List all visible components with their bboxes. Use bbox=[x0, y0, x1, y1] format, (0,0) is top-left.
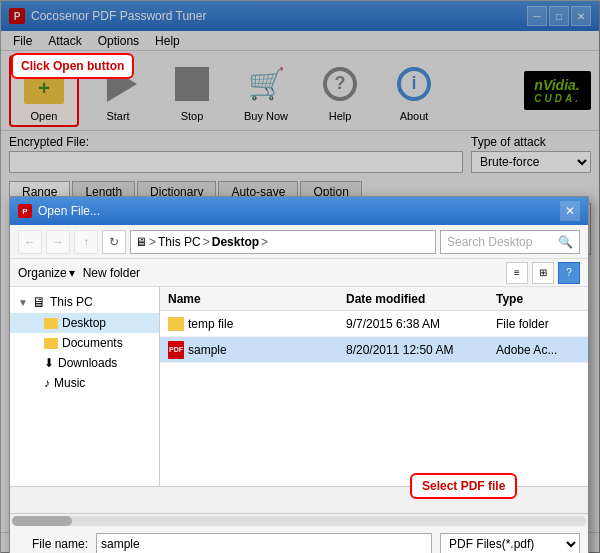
expand-thispc-icon: ▼ bbox=[18, 297, 28, 308]
scroll-track bbox=[12, 516, 586, 526]
search-placeholder: Search Desktop bbox=[447, 235, 532, 249]
organize-button[interactable]: Organize ▾ bbox=[18, 266, 75, 280]
downloads-icon: ⬇ bbox=[44, 356, 54, 370]
pdf-icon-sample: PDF bbox=[168, 341, 184, 359]
file-cell-date-sample: 8/20/2011 12:50 AM bbox=[338, 343, 488, 357]
pc-icon: 🖥 bbox=[32, 294, 46, 310]
view-details-button[interactable]: ⊞ bbox=[532, 262, 554, 284]
dialog-close-button[interactable]: ✕ bbox=[560, 201, 580, 221]
forward-button[interactable]: → bbox=[46, 230, 70, 254]
organize-chevron-icon: ▾ bbox=[69, 266, 75, 280]
file-cell-name-sample: PDF sample bbox=[160, 341, 338, 359]
tree-item-music[interactable]: ♪ Music bbox=[10, 373, 159, 393]
file-list: Name Date modified Type temp file 9/7/20… bbox=[160, 287, 588, 486]
scroll-thumb[interactable] bbox=[12, 516, 72, 526]
filename-row: File name: PDF Files(*.pdf) All Files(*.… bbox=[18, 533, 580, 553]
view-list-button[interactable]: ≡ bbox=[506, 262, 528, 284]
select-annotation-bubble: Select PDF file bbox=[410, 473, 517, 499]
open-file-dialog: P Open File... ✕ ← → ↑ ↻ 🖥 > This PC > D… bbox=[9, 196, 589, 553]
folder-documents-icon bbox=[44, 338, 58, 349]
up-button[interactable]: ↑ bbox=[74, 230, 98, 254]
file-row-tempfile[interactable]: temp file 9/7/2015 6:38 AM File folder bbox=[160, 311, 588, 337]
filename-label: File name: bbox=[18, 537, 88, 551]
search-bar[interactable]: Search Desktop 🔍 bbox=[440, 230, 580, 254]
dialog-title-bar: P Open File... ✕ bbox=[10, 197, 588, 225]
filename-input[interactable] bbox=[96, 533, 432, 553]
file-cell-date-tempfile: 9/7/2015 6:38 AM bbox=[338, 317, 488, 331]
music-icon: ♪ bbox=[44, 376, 50, 390]
breadcrumb-pc-icon: 🖥 bbox=[135, 235, 147, 249]
refresh-button[interactable]: ↻ bbox=[102, 230, 126, 254]
search-icon: 🔍 bbox=[558, 235, 573, 249]
tree-item-desktop[interactable]: Desktop bbox=[10, 313, 159, 333]
back-button[interactable]: ← bbox=[18, 230, 42, 254]
view-controls: ≡ ⊞ ? bbox=[506, 262, 580, 284]
file-cell-type-sample: Adobe Ac... bbox=[488, 343, 588, 357]
breadcrumb-desktop: Desktop bbox=[212, 235, 259, 249]
nav-tree: ▼ 🖥 This PC Desktop Documents ⬇ bbox=[10, 287, 160, 486]
breadcrumb-bar: 🖥 > This PC > Desktop > bbox=[130, 230, 436, 254]
col-type-header[interactable]: Type bbox=[488, 292, 588, 306]
tree-item-documents[interactable]: Documents bbox=[10, 333, 159, 353]
dialog-title: Open File... bbox=[38, 204, 560, 218]
help-dialog-button[interactable]: ? bbox=[558, 262, 580, 284]
horizontal-scrollbar[interactable] bbox=[10, 513, 588, 527]
folder-icon-tempfile bbox=[168, 317, 184, 331]
col-name-header[interactable]: Name bbox=[160, 292, 338, 306]
app-window: P Cocosenor PDF Password Tuner ─ □ ✕ Fil… bbox=[0, 0, 600, 553]
open-annotation-bubble: Click Open button bbox=[11, 53, 134, 79]
tree-item-thispc[interactable]: ▼ 🖥 This PC bbox=[10, 291, 159, 313]
file-cell-type-tempfile: File folder bbox=[488, 317, 588, 331]
new-folder-button[interactable]: New folder bbox=[83, 266, 140, 280]
breadcrumb-thispc: This PC bbox=[158, 235, 201, 249]
filetype-select[interactable]: PDF Files(*.pdf) All Files(*.*) bbox=[440, 533, 580, 553]
file-cell-name-tempfile: temp file bbox=[160, 317, 338, 331]
folder-desktop-icon bbox=[44, 318, 58, 329]
organize-bar: Organize ▾ New folder ≡ ⊞ ? bbox=[10, 259, 588, 287]
file-browser: ▼ 🖥 This PC Desktop Documents ⬇ bbox=[10, 287, 588, 487]
dialog-bottom: File name: PDF Files(*.pdf) All Files(*.… bbox=[10, 527, 588, 553]
file-list-header: Name Date modified Type bbox=[160, 287, 588, 311]
col-date-header[interactable]: Date modified bbox=[338, 292, 488, 306]
file-row-sample[interactable]: PDF sample 8/20/2011 12:50 AM Adobe Ac..… bbox=[160, 337, 588, 363]
tree-item-downloads[interactable]: ⬇ Downloads bbox=[10, 353, 159, 373]
dialog-nav-toolbar: ← → ↑ ↻ 🖥 > This PC > Desktop > Search D… bbox=[10, 225, 588, 259]
